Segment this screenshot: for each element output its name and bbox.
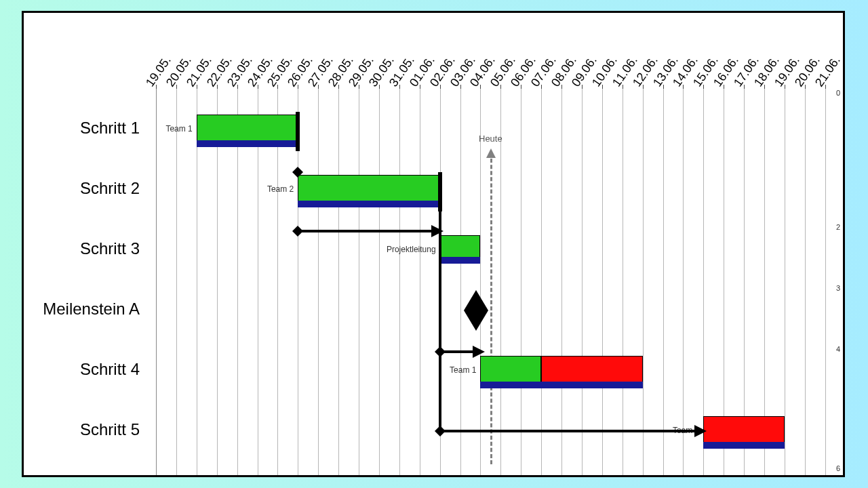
gridline (541, 89, 542, 475)
row-label: Schritt 2 (24, 179, 140, 198)
row-label: Meilenstein A (24, 300, 140, 319)
gridline (399, 89, 400, 475)
axis-left (156, 89, 157, 475)
gantt-plot: 19.05.20.05.21.05.22.05.23.05.24.05.25.0… (24, 13, 843, 475)
svg-marker-2 (292, 167, 303, 178)
bar-remaining (541, 356, 643, 383)
resource-label: Projektleitung (387, 245, 436, 254)
bar-plan (703, 442, 785, 449)
bar-plan (298, 201, 439, 207)
bar-done (197, 115, 298, 142)
bar-done (440, 235, 481, 258)
row-label: Schritt 1 (24, 119, 140, 138)
connector-line (439, 209, 441, 431)
svg-marker-4 (431, 225, 443, 237)
row-label: Schritt 4 (24, 360, 140, 379)
resource-label: Team 2 (267, 184, 294, 194)
bar-remaining (703, 416, 785, 443)
today-label: Heute (479, 134, 502, 144)
connector-diamond-icon (292, 167, 303, 178)
axis-number: 3 (836, 284, 840, 292)
svg-marker-1 (464, 290, 488, 331)
connector-arrow-icon (431, 225, 443, 237)
gridline (500, 89, 501, 475)
gridline (359, 89, 359, 475)
bar-plan (440, 257, 481, 264)
gridline (805, 89, 806, 475)
gridline (318, 89, 319, 475)
connector-line (440, 350, 475, 353)
gridline (521, 89, 521, 475)
gridline (663, 89, 664, 475)
bar-plan (197, 140, 298, 147)
bar-done (480, 356, 541, 383)
gridline (785, 89, 785, 475)
today-arrow-icon (486, 148, 496, 158)
gantt-canvas: 19.05.20.05.21.05.22.05.23.05.24.05.25.0… (22, 11, 845, 477)
gridline (623, 89, 623, 475)
axis-number: 6 (836, 464, 840, 472)
gridline (379, 89, 380, 475)
axis-number: 2 (836, 223, 840, 231)
axis-number: 0 (836, 89, 840, 97)
gridline (602, 89, 603, 475)
gridline (460, 89, 461, 475)
row-label: Schritt 5 (24, 420, 140, 439)
row-label: Schritt 3 (24, 239, 140, 258)
gridline (176, 89, 177, 475)
gridline (643, 89, 644, 475)
svg-marker-6 (473, 346, 485, 358)
bar-done (298, 175, 439, 202)
connector-arrow-icon (473, 346, 485, 358)
axis-number: 4 (836, 345, 840, 353)
connector-line (298, 230, 433, 232)
gridline (561, 89, 562, 475)
milestone-diamond-icon (461, 289, 491, 332)
connector-arrow-icon (694, 425, 707, 437)
gridline (420, 89, 420, 475)
resource-label: Team 1 (165, 124, 192, 134)
bar-endcap (438, 172, 442, 211)
connector-line (440, 430, 697, 432)
bar-plan (480, 382, 642, 388)
gridline (582, 89, 583, 475)
resource-label: Team 1 (450, 365, 476, 375)
svg-marker-0 (486, 148, 496, 158)
gridline (338, 89, 339, 475)
gridline (825, 89, 826, 475)
gridline (480, 89, 481, 475)
bar-endcap (296, 112, 300, 151)
svg-marker-8 (694, 425, 707, 437)
gridline (683, 89, 684, 475)
